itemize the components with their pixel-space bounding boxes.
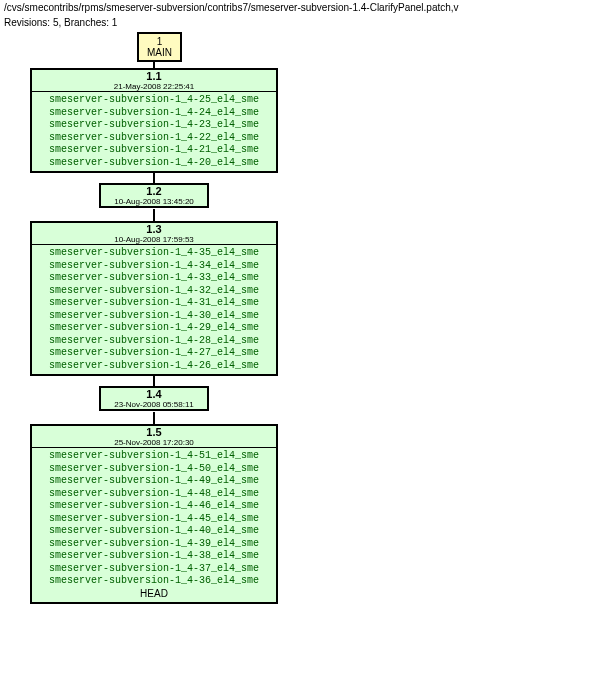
tag: smeserver-subversion-1_4-32_el4_sme (38, 285, 270, 298)
tag: smeserver-subversion-1_4-22_el4_sme (38, 132, 270, 145)
rev-date: 25-Nov-2008 17:20:30 (32, 438, 276, 447)
tag: smeserver-subversion-1_4-33_el4_sme (38, 272, 270, 285)
tag: smeserver-subversion-1_4-20_el4_sme (38, 157, 270, 170)
tag: smeserver-subversion-1_4-36_el4_sme (38, 575, 270, 588)
connector (153, 412, 155, 424)
tag: smeserver-subversion-1_4-29_el4_sme (38, 322, 270, 335)
rev-node-1.3[interactable]: 1.3 10-Aug-2008 17:59:53 smeserver-subve… (30, 221, 278, 376)
revision-tree: 1 MAIN 1.1 21-May-2008 22:25:41 smeserve… (0, 30, 608, 689)
rev-version: 1.2 (101, 185, 207, 197)
connector (153, 171, 155, 183)
branch-number: 1 (147, 36, 172, 47)
branch-name: MAIN (147, 47, 172, 58)
tag: smeserver-subversion-1_4-38_el4_sme (38, 550, 270, 563)
tag: smeserver-subversion-1_4-37_el4_sme (38, 563, 270, 576)
rev-node-1.2[interactable]: 1.2 10-Aug-2008 13:45:20 (99, 183, 209, 208)
tag-list: smeserver-subversion-1_4-35_el4_sme smes… (32, 244, 276, 374)
tag: smeserver-subversion-1_4-34_el4_sme (38, 260, 270, 273)
connector (153, 60, 155, 68)
rev-node-1.1[interactable]: 1.1 21-May-2008 22:25:41 smeserver-subve… (30, 68, 278, 173)
tag: smeserver-subversion-1_4-46_el4_sme (38, 500, 270, 513)
tag-list: smeserver-subversion-1_4-51_el4_sme smes… (32, 447, 276, 602)
rev-version: 1.1 (32, 70, 276, 82)
rev-node-1.4[interactable]: 1.4 23-Nov-2008 05:58:11 (99, 386, 209, 411)
tag: smeserver-subversion-1_4-25_el4_sme (38, 94, 270, 107)
branch-label[interactable]: 1 MAIN (137, 32, 182, 62)
tag: smeserver-subversion-1_4-31_el4_sme (38, 297, 270, 310)
file-path: /cvs/smecontribs/rpms/smeserver-subversi… (0, 0, 608, 15)
tag: smeserver-subversion-1_4-49_el4_sme (38, 475, 270, 488)
tag: smeserver-subversion-1_4-45_el4_sme (38, 513, 270, 526)
connector (153, 374, 155, 386)
tag: smeserver-subversion-1_4-30_el4_sme (38, 310, 270, 323)
rev-date: 10-Aug-2008 17:59:53 (32, 235, 276, 244)
tag: smeserver-subversion-1_4-48_el4_sme (38, 488, 270, 501)
rev-version: 1.5 (32, 426, 276, 438)
rev-date: 10-Aug-2008 13:45:20 (101, 197, 207, 206)
connector (153, 209, 155, 221)
tag: smeserver-subversion-1_4-50_el4_sme (38, 463, 270, 476)
tag: smeserver-subversion-1_4-35_el4_sme (38, 247, 270, 260)
rev-date: 23-Nov-2008 05:58:11 (101, 400, 207, 409)
rev-node-1.5[interactable]: 1.5 25-Nov-2008 17:20:30 smeserver-subve… (30, 424, 278, 604)
tag: smeserver-subversion-1_4-40_el4_sme (38, 525, 270, 538)
head-tag: HEAD (38, 588, 270, 601)
tag: smeserver-subversion-1_4-23_el4_sme (38, 119, 270, 132)
tag: smeserver-subversion-1_4-24_el4_sme (38, 107, 270, 120)
tag: smeserver-subversion-1_4-51_el4_sme (38, 450, 270, 463)
tag-list: smeserver-subversion-1_4-25_el4_sme smes… (32, 91, 276, 171)
tag: smeserver-subversion-1_4-39_el4_sme (38, 538, 270, 551)
tag: smeserver-subversion-1_4-27_el4_sme (38, 347, 270, 360)
rev-version: 1.4 (101, 388, 207, 400)
rev-date: 21-May-2008 22:25:41 (32, 82, 276, 91)
tag: smeserver-subversion-1_4-26_el4_sme (38, 360, 270, 373)
tag: smeserver-subversion-1_4-21_el4_sme (38, 144, 270, 157)
tag: smeserver-subversion-1_4-28_el4_sme (38, 335, 270, 348)
rev-version: 1.3 (32, 223, 276, 235)
revision-info: Revisions: 5, Branches: 1 (0, 15, 608, 30)
